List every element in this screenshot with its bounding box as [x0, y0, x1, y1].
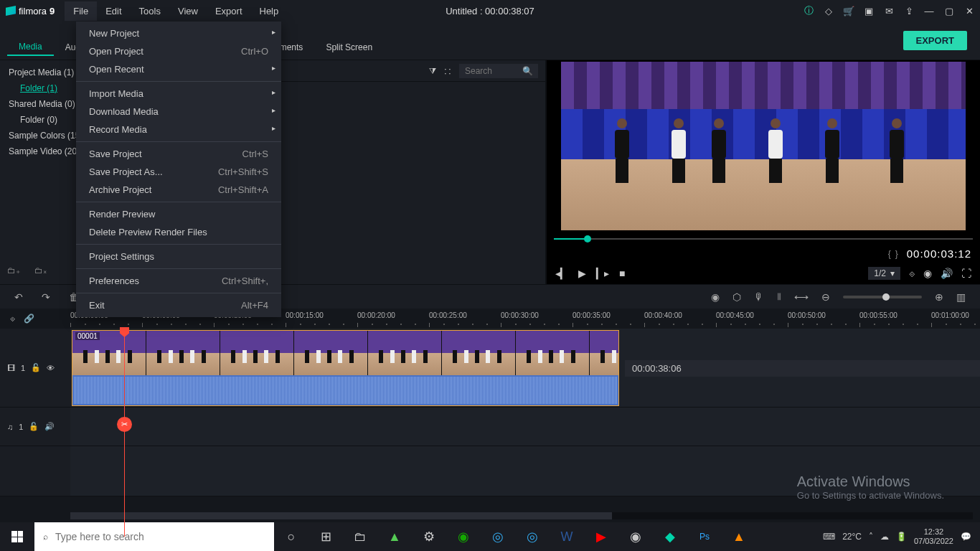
menuitem-open-project[interactable]: Open ProjectCtrl+O — [76, 42, 281, 60]
weather-temp[interactable]: 22°C — [842, 532, 862, 542]
link-icon[interactable]: 🔗 — [24, 314, 34, 324]
menu-file[interactable]: File — [65, 1, 97, 21]
menuitem-preferences[interactable]: PreferencesCtrl+Shift+, — [76, 272, 281, 290]
youtube-icon[interactable]: ▶ — [584, 522, 618, 551]
upwork-icon[interactable]: ◉ — [446, 522, 481, 551]
keyboard-icon[interactable]: ⌨ — [823, 532, 835, 542]
taskbar-search[interactable]: ⌕ — [34, 522, 274, 551]
cart-icon[interactable]: 🛒 — [844, 6, 854, 16]
menu-edit[interactable]: Edit — [97, 1, 130, 21]
volume-icon[interactable]: 🔊 — [941, 268, 953, 279]
remove-folder-icon[interactable]: 🗀ₓ — [34, 265, 50, 278]
audio-lane[interactable] — [70, 408, 980, 446]
sidebar-item[interactable]: Sample Video (20) — [0, 143, 83, 159]
timeline-h-scrollbar[interactable] — [70, 512, 973, 519]
menu-tools[interactable]: Tools — [131, 1, 169, 21]
account-icon[interactable]: ◇ — [824, 6, 834, 16]
play-icon[interactable]: ▶ — [578, 268, 586, 279]
grid-icon[interactable]: ⸬ — [445, 66, 451, 76]
menuitem-download-media[interactable]: Download Media — [76, 103, 281, 121]
menuitem-import-media[interactable]: Import Media — [76, 85, 281, 103]
preview-scrubber[interactable] — [554, 233, 973, 245]
info-icon[interactable]: ⓘ — [804, 6, 814, 16]
mail-icon[interactable]: ✉ — [884, 6, 894, 16]
redo-icon[interactable]: ↷ — [42, 291, 50, 303]
save-icon[interactable]: ▣ — [864, 6, 874, 16]
menuitem-exit[interactable]: ExitAlt+F4 — [76, 296, 281, 314]
menuitem-new-project[interactable]: New Project — [76, 24, 281, 42]
menu-export[interactable]: Export — [207, 1, 251, 21]
menuitem-open-recent[interactable]: Open Recent — [76, 60, 281, 78]
sidebar-item[interactable]: Project Media (1) — [0, 65, 83, 80]
filmora-taskbar-icon[interactable]: ◆ — [653, 522, 687, 551]
record-vo-icon[interactable]: 🎙 — [754, 291, 764, 303]
add-folder-icon[interactable]: 🗀₊ — [7, 265, 23, 278]
fullscreen-icon[interactable]: ⛶ — [961, 268, 971, 279]
search-icon[interactable]: 🔍 — [522, 66, 533, 76]
taskbar-search-input[interactable] — [55, 531, 265, 542]
settings-icon[interactable]: ⚙ — [412, 522, 446, 551]
filter-icon[interactable]: ⧩ — [429, 66, 436, 76]
edge-icon[interactable]: ◎ — [481, 522, 515, 551]
start-button[interactable] — [0, 522, 34, 551]
minimize-icon[interactable]: — — [924, 6, 934, 16]
playhead-cut-icon[interactable]: ✂ — [117, 417, 132, 432]
mark-in-icon[interactable]: { — [888, 249, 891, 259]
sidebar-item[interactable]: Folder (1) — [0, 80, 83, 96]
tray-expand-icon[interactable]: ˄ — [869, 532, 873, 542]
menuitem-render-preview[interactable]: Render Preview — [76, 205, 281, 223]
close-icon[interactable]: ✕ — [964, 6, 974, 16]
export-button[interactable]: EXPORT — [903, 31, 967, 50]
mark-out-icon[interactable]: } — [895, 249, 898, 259]
sidebar-item[interactable]: Folder (0) — [0, 112, 83, 128]
maximize-icon[interactable]: ▢ — [944, 6, 954, 16]
menuitem-archive-project[interactable]: Archive ProjectCtrl+Shift+A — [76, 181, 281, 199]
visibility-icon[interactable]: 👁 — [47, 364, 55, 372]
video-lane[interactable]: 00001 00:00:38:06 — [70, 329, 980, 408]
cortana-icon[interactable]: ○ — [274, 522, 308, 551]
video-clip[interactable]: 00001 — [72, 330, 619, 406]
taskbar-clock[interactable]: 12:32 07/03/2022 — [914, 527, 953, 546]
explorer-icon[interactable]: 🗀 — [343, 522, 377, 551]
tab-media[interactable]: Media — [7, 25, 54, 56]
search-field[interactable]: 🔍 — [459, 64, 538, 78]
mute-icon[interactable]: 🔊 — [44, 422, 55, 431]
zoom-out-icon[interactable]: ⊖ — [821, 291, 830, 303]
match-icon[interactable]: ⟐ — [10, 314, 15, 324]
menuitem-save-project[interactable]: Save ProjectCtrl+S — [76, 145, 281, 163]
prev-frame-icon[interactable]: ◂▎ — [555, 268, 568, 279]
speed-select[interactable]: 1/2 ▾ — [868, 267, 900, 280]
menuitem-delete-preview-render-files[interactable]: Delete Preview Render Files — [76, 223, 281, 241]
stop-icon[interactable]: ■ — [619, 268, 625, 279]
sidebar-item[interactable]: Shared Media (0) — [0, 96, 83, 112]
menuitem-project-settings[interactable]: Project Settings — [76, 248, 281, 265]
fit-icon[interactable]: ⟷ — [794, 291, 809, 303]
edge2-icon[interactable]: ◎ — [515, 522, 550, 551]
render-icon[interactable]: ◉ — [711, 291, 720, 303]
tab-split-screen[interactable]: Split Screen — [314, 26, 384, 55]
battery-icon[interactable]: 🔋 — [896, 532, 907, 542]
taskview-icon[interactable]: ⊞ — [308, 522, 343, 551]
photoshop-icon[interactable]: Ps — [687, 522, 722, 551]
onedrive-icon[interactable]: ☁ — [880, 532, 889, 542]
snapshot-icon[interactable]: ◉ — [923, 268, 932, 279]
lock-icon[interactable]: 🔓 — [29, 422, 39, 431]
mic-icon[interactable]: ⇪ — [904, 6, 914, 16]
sidebar-item[interactable]: Sample Colors (15) — [0, 128, 83, 143]
preview-video[interactable] — [561, 62, 966, 230]
burn-icon[interactable]: ◉ — [618, 522, 653, 551]
zoom-slider[interactable] — [843, 296, 922, 298]
search-input[interactable] — [465, 66, 522, 76]
menu-help[interactable]: Help — [251, 1, 288, 21]
app-icon[interactable]: ▲ — [377, 522, 412, 551]
menuitem-record-media[interactable]: Record Media — [76, 121, 281, 138]
menuitem-save-project-as-[interactable]: Save Project As...Ctrl+Shift+S — [76, 163, 281, 181]
zoom-in-icon[interactable]: ⊕ — [935, 291, 943, 303]
vlc-icon[interactable]: ▲ — [722, 522, 756, 551]
menu-view[interactable]: View — [169, 1, 207, 21]
playhead[interactable]: ✂ — [124, 329, 125, 537]
undo-icon[interactable]: ↶ — [14, 291, 23, 303]
marker-icon[interactable]: ⬡ — [732, 291, 741, 303]
next-frame-icon[interactable]: ▎▸ — [596, 268, 609, 279]
word-icon[interactable]: W — [550, 522, 584, 551]
